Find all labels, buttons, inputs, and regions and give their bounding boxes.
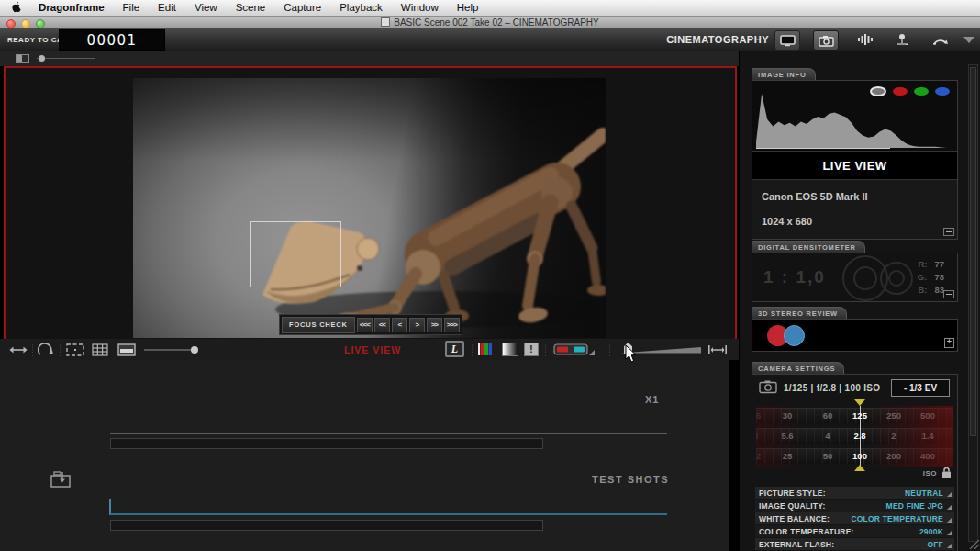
divider xyxy=(609,343,610,356)
densitometer-header[interactable]: DIGITAL DENSITOMETER xyxy=(752,241,865,253)
collapse-densitometer-button[interactable] xyxy=(943,290,954,298)
divider xyxy=(60,343,61,356)
image-info-header[interactable]: IMAGE INFO xyxy=(752,68,816,80)
dropdown-corner-icon xyxy=(947,518,952,523)
focus-check-button[interactable]: FOCUS CHECK xyxy=(282,317,355,333)
focus-step-button-3[interactable]: > xyxy=(409,318,425,332)
scrollbar-thumb[interactable] xyxy=(970,67,976,436)
animation-workspace-button[interactable] xyxy=(774,30,800,51)
menu-item-dragonframe[interactable]: Dragonframe xyxy=(29,2,114,13)
menu-item-capture[interactable]: Capture xyxy=(274,2,330,13)
capture-test-shot-button[interactable] xyxy=(50,470,72,492)
workspace-menu-button[interactable] xyxy=(963,37,974,43)
stereo-review-section: 3D STEREO REVIEW + xyxy=(752,303,958,352)
menu-item-playback[interactable]: Playback xyxy=(330,2,392,13)
pan-tool-button[interactable] xyxy=(9,342,28,357)
channel-value-row: R:77 xyxy=(918,258,944,271)
focus-check-rectangle[interactable] xyxy=(250,221,341,287)
dial-value-aperture-4: 4 xyxy=(825,431,830,441)
rotate-view-button[interactable] xyxy=(38,342,54,357)
menu-item-window[interactable]: Window xyxy=(392,2,448,13)
divider xyxy=(32,343,33,356)
channel-value: 77 xyxy=(934,259,944,269)
dial-row-aperture[interactable]: 85.642.821.4 xyxy=(756,428,953,444)
focus-step-button-0[interactable]: <<< xyxy=(357,318,373,332)
setting-value: MED FINE JPG xyxy=(886,501,943,511)
capture-download-icon xyxy=(50,470,72,489)
dial-row-shutter[interactable]: 1530601252505001000 xyxy=(756,408,953,423)
dial-value-aperture-5.6: 5.6 xyxy=(781,431,793,441)
setting-row-white-balance[interactable]: WHITE BALANCE:COLOR TEMPERATURE xyxy=(755,512,954,524)
setting-row-external-flash[interactable]: EXTERNAL FLASH:OFF xyxy=(755,538,954,550)
dropdown-corner-icon xyxy=(589,350,595,355)
test-shots-scrollbar[interactable] xyxy=(110,520,543,531)
opacity-slider-track[interactable] xyxy=(37,58,95,59)
menu-item-file[interactable]: File xyxy=(114,2,150,13)
iso-lock-label: ISO xyxy=(923,469,937,478)
setting-label: EXTERNAL FLASH: xyxy=(759,540,834,549)
capture-toolbar: READY TO CAPTURE: 00001 CINEMATOGRAPHY xyxy=(0,28,980,51)
3d-glasses-icon xyxy=(553,343,588,356)
setting-row-picture-style[interactable]: PICTURE STYLE:NEUTRAL xyxy=(755,487,954,499)
dial-value-shutter-60: 60 xyxy=(823,410,833,421)
menu-item-edit[interactable]: Edit xyxy=(149,2,185,13)
aspect-guide-button[interactable] xyxy=(66,342,84,357)
setting-row-color-temperature[interactable]: COLOR TEMPERATURE:2900K xyxy=(755,525,954,537)
timeline-track-line xyxy=(110,433,667,434)
sidebar-scrollbar[interactable] xyxy=(968,64,978,542)
exposure-warning-button[interactable]: ! xyxy=(524,343,539,356)
monitor-icon xyxy=(780,35,796,47)
focus-step-button-4[interactable]: >> xyxy=(427,318,442,332)
setting-value: NEUTRAL xyxy=(905,489,943,498)
letterbox-icon xyxy=(117,343,136,356)
stereo-review-header[interactable]: 3D STEREO REVIEW xyxy=(752,307,847,319)
camera-settings-section: CAMERA SETTINGS 1/125 | f/2.8 | 100 ISO … xyxy=(752,358,958,551)
window-title-bar[interactable]: BASIC Scene 002 Take 02 – CINEMATOGRAPHY xyxy=(0,17,980,29)
focus-step-button-1[interactable]: << xyxy=(374,318,390,332)
camera-model: Canon EOS 5D Mark II xyxy=(762,191,868,202)
expand-horizontal-icon xyxy=(708,344,727,355)
anaglyph-3d-button[interactable] xyxy=(553,342,595,357)
fit-width-button[interactable] xyxy=(708,342,727,357)
expand-stereo-button[interactable]: + xyxy=(944,338,954,348)
audio-workspace-button[interactable] xyxy=(853,30,877,49)
menu-item-help[interactable]: Help xyxy=(448,2,488,13)
histogram-chart xyxy=(752,83,955,151)
opacity-slider-knob[interactable] xyxy=(39,55,45,62)
frame-guide-icon xyxy=(66,343,84,356)
resize-grip-icon[interactable] xyxy=(966,536,979,549)
lock-icon[interactable] xyxy=(941,466,952,482)
contrast-tool-button[interactable] xyxy=(502,343,518,356)
camera-settings-header[interactable]: CAMERA SETTINGS xyxy=(752,362,844,374)
densitometer-rings-icon xyxy=(830,253,931,303)
test-shots-track-line xyxy=(110,513,667,515)
timeline-area: X1 TEST SHOTS xyxy=(0,360,729,551)
collapse-image-info-button[interactable] xyxy=(943,228,954,236)
exposure-dials[interactable]: 12255010020040080085.642.821.41530601252… xyxy=(756,406,953,467)
arc-workspace-button[interactable] xyxy=(929,30,952,49)
focus-step-button-5[interactable]: >>> xyxy=(444,318,460,332)
view-zoom-slider[interactable] xyxy=(143,342,200,357)
apple-menu-icon[interactable] xyxy=(12,2,22,14)
setting-row-image-quality[interactable]: IMAGE QUALITY:MED FINE JPG xyxy=(755,500,954,512)
exposure-summary-row: 1/125 | f/2.8 | 100 ISO - 1/3 EV xyxy=(752,379,957,398)
menu-item-scene[interactable]: Scene xyxy=(227,2,275,13)
focus-step-button-2[interactable]: < xyxy=(392,318,407,332)
timeline-scrollbar[interactable] xyxy=(110,438,543,449)
letterbox-mask-button[interactable] xyxy=(117,342,136,357)
color-bars-button[interactable] xyxy=(478,342,492,357)
dial-value-shutter-500: 500 xyxy=(920,410,935,421)
dial-row-iso[interactable]: 122550100200400800 xyxy=(756,448,953,464)
right-sidebar: IMAGE INFO LIVE VIEW Canon EOS 5D Mark I… xyxy=(739,51,980,551)
divider xyxy=(545,343,546,356)
ev-compensation-button[interactable]: - 1/3 EV xyxy=(891,379,950,397)
menu-item-view[interactable]: View xyxy=(185,2,227,13)
lens-tool-button[interactable]: L xyxy=(445,341,464,357)
setting-label: COLOR TEMPERATURE: xyxy=(759,527,854,536)
grid-overlay-button[interactable] xyxy=(92,342,108,357)
view-toolbar: LIVE VIEW L ! xyxy=(0,339,739,361)
cinematography-workspace-button[interactable] xyxy=(813,30,839,51)
channel-label: B: xyxy=(918,285,927,295)
frame-counter[interactable]: 00001 xyxy=(59,29,165,51)
lighting-workspace-button[interactable] xyxy=(890,30,914,49)
